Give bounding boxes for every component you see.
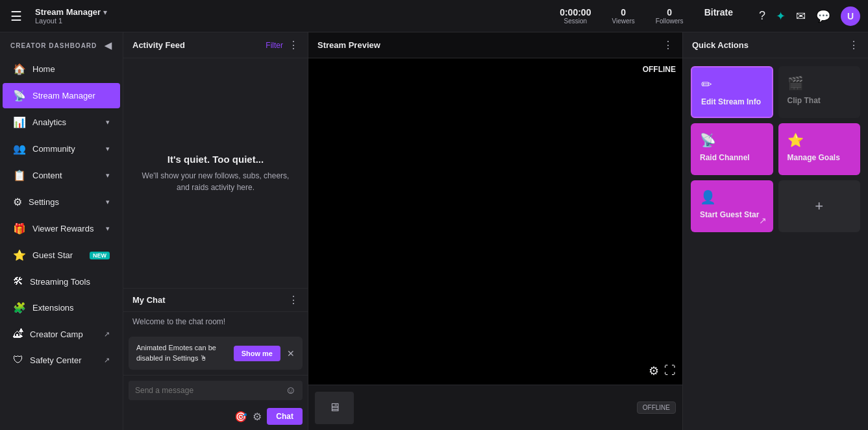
sidebar-item-stream-manager[interactable]: 📡 Stream Manager [3, 83, 120, 108]
chevron-down-icon: ▾ [106, 118, 110, 126]
activity-empty-title: It's quiet. Too quiet... [167, 154, 264, 165]
nav-stats: 0:00:00 Session 0 Viewers 0 Followers Bi… [560, 7, 733, 25]
stream-preview-panel: Stream Preview ⋮ OFFLINE ⚙ ⛶ 🖥 OFFLINE [308, 32, 683, 430]
sidebar-item-label: Analytics [32, 117, 99, 127]
emoji-icon[interactable]: ☺ [286, 385, 296, 396]
sidebar: CREATOR DASHBOARD ◀ 🏠 Home 📡 Stream Mana… [0, 32, 123, 430]
activity-feed-menu-icon[interactable]: ⋮ [288, 39, 299, 51]
external-link-icon: ↗ [104, 356, 110, 364]
stream-thumbnail-row: 🖥 OFFLINE [308, 385, 682, 430]
stat-bitrate: Bitrate [704, 7, 733, 25]
qa-card-add-action[interactable]: + [778, 180, 861, 232]
sidebar-item-label: Safety Center [30, 355, 97, 365]
viewers-label: Viewers [612, 18, 634, 25]
chat-send-button[interactable]: Chat [267, 408, 303, 425]
content-icon: 📋 [13, 169, 26, 182]
chat-settings-icon[interactable]: ⚙ [253, 411, 262, 423]
chat-input-row: ☺ [123, 375, 308, 405]
chat-icon[interactable]: 💬 [816, 9, 830, 23]
stream-preview-menu-icon[interactable]: ⋮ [663, 39, 673, 51]
sidebar-item-safety-center[interactable]: 🛡 Safety Center ↗ [3, 348, 120, 372]
stream-preview-header: Stream Preview ⋮ [308, 32, 682, 58]
quick-actions-panel: Quick Actions ⋮ ✏ Edit Stream Info 🎬 Cli… [683, 32, 868, 430]
viewers-value: 0 [621, 7, 626, 18]
sidebar-item-extensions[interactable]: 🧩 Extensions [3, 295, 120, 320]
external-link-icon: ↗ [104, 330, 110, 339]
stream-settings-icon[interactable]: ⚙ [649, 364, 659, 378]
prime-icon[interactable]: ✦ [776, 9, 786, 23]
main-layout: CREATOR DASHBOARD ◀ 🏠 Home 📡 Stream Mana… [0, 32, 868, 430]
activity-feed-title: Activity Feed [132, 40, 266, 50]
qa-card-manage-goals[interactable]: ⭐ Manage Goals [778, 123, 861, 175]
help-icon[interactable]: ? [759, 9, 765, 23]
sidebar-item-community[interactable]: 👥 Community ▾ [3, 136, 120, 161]
brand-chevron-icon[interactable]: ▾ [103, 8, 107, 17]
sidebar-item-streaming-tools[interactable]: 🛠 Streaming Tools [3, 269, 120, 294]
filter-button[interactable]: Filter [266, 41, 283, 50]
new-badge: NEW [90, 252, 110, 259]
sidebar-item-label: Guest Star [32, 250, 83, 260]
qa-card-label: Manage Goals [787, 153, 852, 162]
stream-thumbnail[interactable]: 🖥 [315, 392, 354, 424]
sidebar-header-label: CREATOR DASHBOARD [10, 42, 97, 49]
sidebar-item-label: Stream Manager [32, 91, 110, 101]
sidebar-item-guest-star[interactable]: ⭐ Guest Star NEW [3, 243, 120, 268]
qa-card-raid-channel[interactable]: 📡 Raid Channel [691, 123, 773, 175]
activity-feed-panel: Activity Feed Filter ⋮ It's quiet. Too q… [123, 32, 308, 430]
sidebar-item-analytics[interactable]: 📊 Analytics ▾ [3, 110, 120, 135]
chat-notification-text: Animated Emotes can be disabled in Setti… [136, 343, 227, 363]
creator-camp-icon: 🏕 [13, 328, 23, 340]
chat-icons-row: 🎯 ⚙ Chat [123, 405, 308, 430]
stream-preview-title: Stream Preview [317, 40, 663, 50]
stat-followers: 0 Followers [656, 7, 684, 25]
guest-star-action-icon: 👤 [700, 189, 764, 205]
chat-menu-icon[interactable]: ⋮ [288, 294, 299, 306]
chat-input[interactable] [135, 386, 286, 395]
quick-actions-title: Quick Actions [692, 40, 849, 50]
chat-input-wrap: ☺ [129, 381, 303, 400]
qa-card-label: Start Guest Star [700, 210, 764, 219]
mail-icon[interactable]: ✉ [796, 9, 806, 23]
sidebar-item-creator-camp[interactable]: 🏕 Creator Camp ↗ [3, 322, 120, 346]
content-area: Activity Feed Filter ⋮ It's quiet. Too q… [123, 32, 868, 430]
qa-card-label: Edit Stream Info [701, 97, 763, 106]
home-icon: 🏠 [13, 63, 26, 75]
sidebar-item-settings[interactable]: ⚙ Settings ▾ [3, 189, 120, 215]
chat-section: My Chat ⋮ Welcome to the chat room! Anim… [123, 288, 308, 430]
avatar[interactable]: U [841, 6, 860, 26]
top-nav: ☰ Stream Manager ▾ Layout 1 0:00:00 Sess… [0, 0, 868, 32]
add-icon: + [815, 198, 823, 215]
brand-title: Stream Manager [35, 7, 101, 17]
followers-label: Followers [656, 18, 684, 25]
notification-close-icon[interactable]: ✕ [287, 348, 295, 359]
sidebar-item-label: Streaming Tools [30, 277, 110, 287]
stat-session: 0:00:00 Session [560, 7, 591, 25]
hamburger-icon[interactable]: ☰ [8, 6, 25, 27]
qa-card-clip-that[interactable]: 🎬 Clip That [778, 66, 861, 118]
activity-feed-header: Activity Feed Filter ⋮ [123, 32, 308, 58]
sidebar-item-viewer-rewards[interactable]: 🎁 Viewer Rewards ▾ [3, 216, 120, 241]
session-value: 0:00:00 [560, 7, 591, 18]
chevron-down-icon: ▾ [106, 145, 110, 153]
sidebar-item-label: Home [32, 64, 110, 74]
qa-card-edit-stream-info[interactable]: ✏ Edit Stream Info [691, 66, 773, 118]
qa-card-start-guest-star[interactable]: 👤 Start Guest Star ↗ [691, 180, 773, 232]
chat-title: My Chat [132, 295, 288, 305]
sidebar-item-label: Viewer Rewards [32, 224, 99, 233]
sidebar-collapse-button[interactable]: ◀ [105, 40, 112, 51]
nav-brand: Stream Manager ▾ Layout 1 [35, 7, 107, 25]
chat-points-icon[interactable]: 🎯 [234, 411, 247, 423]
bitrate-value: Bitrate [704, 7, 733, 18]
goals-icon: ⭐ [787, 132, 852, 148]
activity-feed-empty: It's quiet. Too quiet... We'll show your… [123, 58, 308, 288]
show-me-button[interactable]: Show me [234, 346, 280, 361]
sidebar-item-label: Creator Camp [30, 329, 97, 339]
quick-actions-menu-icon[interactable]: ⋮ [849, 39, 859, 51]
sidebar-item-home[interactable]: 🏠 Home [3, 56, 120, 82]
qa-card-label: Raid Channel [700, 153, 764, 162]
sidebar-item-content[interactable]: 📋 Content ▾ [3, 163, 120, 188]
stream-preview-video: OFFLINE ⚙ ⛶ [308, 58, 682, 385]
stream-expand-icon[interactable]: ⛶ [664, 364, 676, 378]
stream-controls: ⚙ ⛶ [649, 364, 676, 378]
streaming-tools-icon: 🛠 [13, 276, 23, 287]
